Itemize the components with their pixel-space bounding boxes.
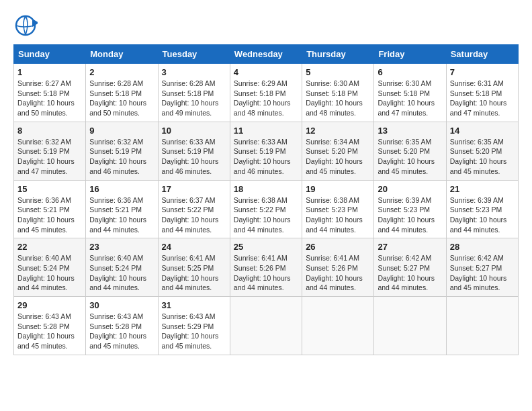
weekday-header-wednesday: Wednesday	[230, 45, 302, 64]
calendar-cell: 4Sunrise: 6:29 AMSunset: 5:18 PMDaylight…	[230, 64, 302, 122]
day-number: 20	[378, 184, 442, 194]
day-info: Sunrise: 6:42 AMSunset: 5:27 PMDaylight:…	[378, 253, 442, 293]
calendar-cell	[446, 297, 518, 355]
day-number: 18	[234, 184, 298, 194]
calendar-cell: 30Sunrise: 6:43 AMSunset: 5:28 PMDayligh…	[86, 297, 158, 355]
logo-icon	[13, 13, 38, 38]
day-number: 24	[162, 242, 226, 252]
calendar-cell: 11Sunrise: 6:33 AMSunset: 5:19 PMDayligh…	[230, 122, 302, 180]
day-info: Sunrise: 6:41 AMSunset: 5:26 PMDaylight:…	[306, 253, 370, 293]
day-info: Sunrise: 6:39 AMSunset: 5:23 PMDaylight:…	[450, 195, 515, 235]
weekday-header-tuesday: Tuesday	[158, 45, 230, 64]
calendar-cell: 6Sunrise: 6:30 AMSunset: 5:18 PMDaylight…	[374, 64, 446, 122]
day-number: 10	[162, 126, 226, 136]
day-number: 21	[450, 184, 515, 194]
day-info: Sunrise: 6:36 AMSunset: 5:21 PMDaylight:…	[89, 195, 154, 235]
calendar-cell: 24Sunrise: 6:41 AMSunset: 5:25 PMDayligh…	[158, 238, 230, 297]
day-number: 29	[17, 300, 82, 310]
calendar-cell: 1Sunrise: 6:27 AMSunset: 5:18 PMDaylight…	[14, 64, 86, 122]
day-info: Sunrise: 6:32 AMSunset: 5:19 PMDaylight:…	[17, 137, 82, 177]
day-number: 28	[450, 242, 515, 252]
day-info: Sunrise: 6:31 AMSunset: 5:18 PMDaylight:…	[450, 79, 515, 118]
calendar-cell	[374, 297, 446, 355]
day-number: 13	[378, 126, 442, 136]
day-info: Sunrise: 6:29 AMSunset: 5:18 PMDaylight:…	[234, 79, 298, 118]
day-info: Sunrise: 6:28 AMSunset: 5:18 PMDaylight:…	[162, 79, 226, 118]
day-number: 3	[162, 67, 226, 77]
calendar-week-4: 22Sunrise: 6:40 AMSunset: 5:24 PMDayligh…	[14, 238, 519, 297]
day-number: 15	[17, 184, 82, 194]
calendar-week-5: 29Sunrise: 6:43 AMSunset: 5:28 PMDayligh…	[14, 297, 519, 355]
day-info: Sunrise: 6:32 AMSunset: 5:19 PMDaylight:…	[89, 137, 154, 177]
day-info: Sunrise: 6:38 AMSunset: 5:22 PMDaylight:…	[234, 195, 298, 235]
day-number: 25	[234, 242, 298, 252]
calendar-cell: 31Sunrise: 6:43 AMSunset: 5:29 PMDayligh…	[158, 297, 230, 355]
calendar-cell: 18Sunrise: 6:38 AMSunset: 5:22 PMDayligh…	[230, 180, 302, 238]
calendar-cell: 23Sunrise: 6:40 AMSunset: 5:24 PMDayligh…	[86, 238, 158, 297]
day-info: Sunrise: 6:42 AMSunset: 5:27 PMDaylight:…	[450, 253, 515, 293]
day-info: Sunrise: 6:41 AMSunset: 5:25 PMDaylight:…	[162, 253, 226, 293]
day-info: Sunrise: 6:43 AMSunset: 5:29 PMDaylight:…	[162, 312, 226, 351]
day-info: Sunrise: 6:33 AMSunset: 5:19 PMDaylight:…	[162, 137, 226, 177]
calendar-cell: 16Sunrise: 6:36 AMSunset: 5:21 PMDayligh…	[86, 180, 158, 238]
day-number: 12	[306, 126, 370, 136]
weekday-header-saturday: Saturday	[446, 45, 518, 64]
day-info: Sunrise: 6:43 AMSunset: 5:28 PMDaylight:…	[17, 312, 82, 351]
day-number: 17	[162, 184, 226, 194]
calendar-cell: 22Sunrise: 6:40 AMSunset: 5:24 PMDayligh…	[14, 238, 86, 297]
day-info: Sunrise: 6:37 AMSunset: 5:22 PMDaylight:…	[162, 195, 226, 235]
day-info: Sunrise: 6:34 AMSunset: 5:20 PMDaylight:…	[306, 137, 370, 177]
svg-point-1	[16, 16, 35, 35]
day-number: 9	[89, 126, 154, 136]
page-header	[13, 13, 519, 38]
calendar-cell	[302, 297, 374, 355]
day-info: Sunrise: 6:30 AMSunset: 5:18 PMDaylight:…	[378, 79, 442, 118]
day-number: 22	[17, 242, 82, 252]
calendar-week-1: 1Sunrise: 6:27 AMSunset: 5:18 PMDaylight…	[14, 64, 519, 122]
day-number: 1	[17, 67, 82, 77]
weekday-header-monday: Monday	[86, 45, 158, 64]
calendar-cell: 2Sunrise: 6:28 AMSunset: 5:18 PMDaylight…	[86, 64, 158, 122]
day-number: 5	[306, 67, 370, 77]
day-info: Sunrise: 6:39 AMSunset: 5:23 PMDaylight:…	[378, 195, 442, 235]
calendar-cell: 5Sunrise: 6:30 AMSunset: 5:18 PMDaylight…	[302, 64, 374, 122]
weekday-header-sunday: Sunday	[14, 45, 86, 64]
calendar-cell: 17Sunrise: 6:37 AMSunset: 5:22 PMDayligh…	[158, 180, 230, 238]
calendar-cell: 10Sunrise: 6:33 AMSunset: 5:19 PMDayligh…	[158, 122, 230, 180]
calendar-cell: 25Sunrise: 6:41 AMSunset: 5:26 PMDayligh…	[230, 238, 302, 297]
day-number: 19	[306, 184, 370, 194]
calendar-cell: 3Sunrise: 6:28 AMSunset: 5:18 PMDaylight…	[158, 64, 230, 122]
day-number: 4	[234, 67, 298, 77]
calendar-table: SundayMondayTuesdayWednesdayThursdayFrid…	[13, 44, 519, 355]
weekday-header-friday: Friday	[374, 45, 446, 64]
day-info: Sunrise: 6:27 AMSunset: 5:18 PMDaylight:…	[17, 79, 82, 118]
calendar-week-2: 8Sunrise: 6:32 AMSunset: 5:19 PMDaylight…	[14, 122, 519, 180]
day-info: Sunrise: 6:36 AMSunset: 5:21 PMDaylight:…	[17, 195, 82, 235]
day-number: 16	[89, 184, 154, 194]
calendar-cell	[230, 297, 302, 355]
day-number: 14	[450, 126, 515, 136]
calendar-cell: 7Sunrise: 6:31 AMSunset: 5:18 PMDaylight…	[446, 64, 518, 122]
calendar-cell: 8Sunrise: 6:32 AMSunset: 5:19 PMDaylight…	[14, 122, 86, 180]
day-info: Sunrise: 6:30 AMSunset: 5:18 PMDaylight:…	[306, 79, 370, 118]
day-info: Sunrise: 6:33 AMSunset: 5:19 PMDaylight:…	[234, 137, 298, 177]
day-number: 11	[234, 126, 298, 136]
calendar-week-3: 15Sunrise: 6:36 AMSunset: 5:21 PMDayligh…	[14, 180, 519, 238]
logo	[13, 13, 40, 38]
day-number: 26	[306, 242, 370, 252]
calendar-cell: 9Sunrise: 6:32 AMSunset: 5:19 PMDaylight…	[86, 122, 158, 180]
calendar-cell: 19Sunrise: 6:38 AMSunset: 5:23 PMDayligh…	[302, 180, 374, 238]
calendar-cell: 26Sunrise: 6:41 AMSunset: 5:26 PMDayligh…	[302, 238, 374, 297]
day-info: Sunrise: 6:35 AMSunset: 5:20 PMDaylight:…	[378, 137, 442, 177]
day-info: Sunrise: 6:43 AMSunset: 5:28 PMDaylight:…	[89, 312, 154, 351]
day-info: Sunrise: 6:41 AMSunset: 5:26 PMDaylight:…	[234, 253, 298, 293]
day-number: 23	[89, 242, 154, 252]
calendar-cell: 12Sunrise: 6:34 AMSunset: 5:20 PMDayligh…	[302, 122, 374, 180]
calendar-cell: 28Sunrise: 6:42 AMSunset: 5:27 PMDayligh…	[446, 238, 518, 297]
day-number: 30	[89, 300, 154, 310]
calendar-cell: 20Sunrise: 6:39 AMSunset: 5:23 PMDayligh…	[374, 180, 446, 238]
calendar-cell: 15Sunrise: 6:36 AMSunset: 5:21 PMDayligh…	[14, 180, 86, 238]
day-number: 27	[378, 242, 442, 252]
calendar-cell: 21Sunrise: 6:39 AMSunset: 5:23 PMDayligh…	[446, 180, 518, 238]
day-number: 31	[162, 300, 226, 310]
